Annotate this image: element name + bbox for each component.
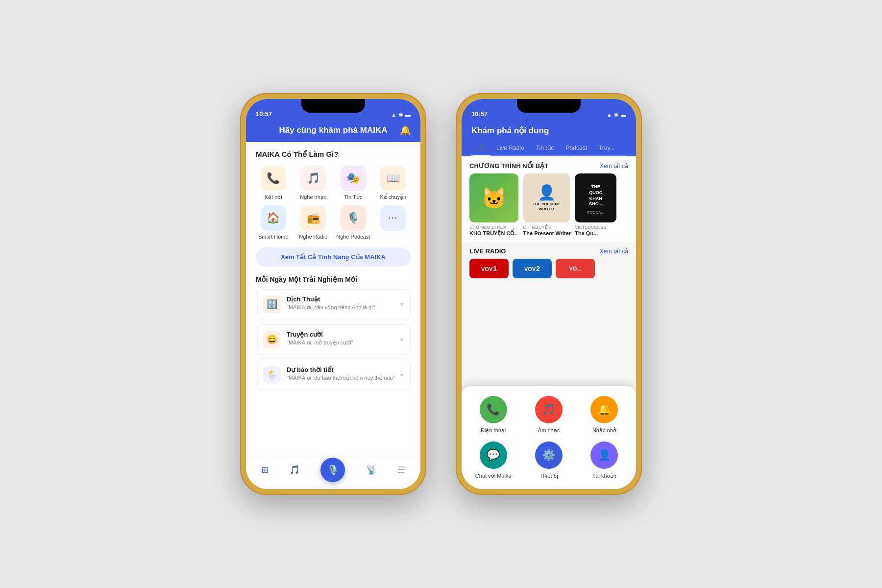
- cat-card-info: CHÚ MÈO ĐI DÉP KHO TRUYỆN CỔ...: [469, 225, 519, 237]
- quoc-khanh-title: The Qu...: [575, 230, 616, 237]
- tai-khoan-sheet-label: Tài khoản: [592, 473, 616, 479]
- nav-mic-button-1[interactable]: 🎙️: [320, 458, 345, 482]
- ke-chuyen-icon: 📖: [380, 166, 406, 191]
- feature-more[interactable]: ···: [376, 205, 411, 240]
- card-cat[interactable]: 🐱 CHÚ MÈO ĐI DÉP KHO TRUYỆN CỔ...: [469, 173, 519, 237]
- more-icon: ···: [380, 205, 406, 231]
- dich-thuat-title: Dịch Thuật: [287, 295, 375, 303]
- tab-live-radio-label: Live Radio: [496, 145, 524, 151]
- tab-all[interactable]: 🎵: [471, 141, 490, 155]
- status-time-2: 10:57: [471, 110, 488, 118]
- feature-ket-noi[interactable]: 📞 Kết nối: [256, 166, 291, 200]
- phone-1-screen: 10:57 ▲ ◉ ▬ Hãy cùng khám phá MAIKA 🔔 MA…: [246, 99, 420, 489]
- vov3-text: VO...: [569, 266, 581, 271]
- nav-home-1[interactable]: ⊞: [261, 465, 269, 475]
- sheet-item-dien-thoai[interactable]: 📞 Điện thoại: [469, 396, 517, 434]
- present-writer-text: THE PRESENTWRITER: [531, 201, 562, 212]
- feature-nghe-nhac[interactable]: 🎵 Nghe nhạc: [296, 166, 331, 200]
- present-writer-title: The Present Writer: [523, 230, 571, 237]
- tab-all-icon: 🎵: [477, 145, 485, 151]
- bottom-nav-1: ⊞ 🎵 🎙️ 📡 ☰: [246, 455, 420, 489]
- smart-home-icon: 🏠: [261, 205, 286, 231]
- dien-thoai-sheet-icon: 📞: [480, 396, 507, 423]
- daily-section-title: Mỗi Ngày Một Trải Nghiệm Mới: [256, 275, 411, 283]
- nghe-podcast-label: Nghe Podcast: [336, 234, 370, 240]
- content-1: MAIKA Có Thể Làm Gì? 📞 Kết nối 🎵 Nghe nh…: [246, 142, 420, 455]
- thoi-tiet-title: Dự báo thời tiết: [287, 366, 395, 373]
- truyen-cuoi-icon: 😄: [263, 331, 281, 348]
- daily-item-truyen-cuoi[interactable]: 😄 Truyện cười "MAIKA ơi, mở truyện cười"…: [256, 324, 411, 355]
- battery-icon-2: ▬: [621, 112, 626, 118]
- thoi-tiet-chevron-icon: ▾: [400, 371, 403, 378]
- dien-thoai-sheet-label: Điện thoại: [481, 427, 506, 434]
- sheet-item-thiet-bi[interactable]: ⚙️ Thiết bị: [525, 441, 572, 479]
- tin-tuc-icon: 🎭: [341, 166, 366, 191]
- tab-podcast[interactable]: Podcast: [560, 141, 593, 155]
- cat-emoji: 🐱: [481, 186, 507, 210]
- tab-podcast-label: Podcast: [566, 145, 587, 151]
- live-see-all[interactable]: Xem tất cả: [600, 248, 628, 255]
- vov2-logo[interactable]: VOV2: [513, 259, 552, 278]
- sheet-item-tai-khoan[interactable]: 👤 Tài khoản: [581, 441, 628, 479]
- notch-2: [517, 99, 581, 113]
- chat-maika-sheet-icon: 💬: [480, 441, 507, 469]
- vov1-logo[interactable]: VOV1: [469, 259, 509, 278]
- feature-tin-tuc[interactable]: 🎭 Tin Tức: [336, 166, 371, 200]
- nghe-radio-label: Nghe Radio: [299, 234, 327, 240]
- status-icons-1: ▲ ◉ ▬: [391, 111, 411, 118]
- signal-icon: ▲: [391, 112, 396, 118]
- header-1: Hãy cùng khám phá MAIKA 🔔: [246, 121, 420, 142]
- daily-item-dich-thuat[interactable]: 🔠 Dịch Thuật "MAIKA ơi, cầu vồng tiếng A…: [256, 289, 411, 319]
- present-writer-card-info: CHI NGUYỄN The Present Writer: [523, 225, 571, 237]
- card-present-writer[interactable]: 👤 THE PRESENTWRITER CHI NGUYỄN The Prese…: [523, 173, 571, 237]
- daily-item-thoi-tiet[interactable]: 🌦️ Dự báo thời tiết "MAIKA ơi, dự báo th…: [256, 360, 411, 390]
- card-quoc-khanh[interactable]: THEQUOCKHANSHO... PODCA... VIETSUCCESS T…: [575, 173, 616, 237]
- dich-thuat-subtitle: "MAIKA ơi, cầu vồng tiếng Anh là gì": [287, 304, 375, 311]
- quoc-khanh-card-info: VIETSUCCESS The Qu...: [575, 225, 616, 237]
- header-title-1: Hãy cùng khám phá MAIKA: [279, 125, 387, 135]
- feature-nghe-radio[interactable]: 📻 Nghe Radio: [296, 205, 331, 240]
- present-writer-author: CHI NGUYỄN: [523, 225, 571, 230]
- features-section-title: MAIKA Có Thể Làm Gì?: [256, 150, 411, 159]
- sheet-item-chat-maika[interactable]: 💬 Chat với Maika: [469, 441, 517, 479]
- tab-truyen[interactable]: Truy...: [593, 141, 621, 155]
- ket-noi-icon: 📞: [261, 166, 286, 191]
- vov2-text: VOV2: [524, 265, 540, 272]
- truyen-cuoi-text: Truyện cười "MAIKA ơi, mở truyện cười": [287, 331, 353, 346]
- thiet-bi-sheet-label: Thiết bị: [539, 473, 558, 479]
- vov3-logo[interactable]: VO...: [556, 259, 595, 278]
- sheet-item-nhac-nho[interactable]: 🔔 Nhắc nhở: [581, 396, 628, 434]
- tab-tin-tuc-label: Tin tức: [536, 145, 554, 151]
- home-icon: ⊞: [261, 465, 269, 475]
- explore-icon: 🎵: [289, 465, 300, 475]
- tab-tin-tuc[interactable]: Tin tức: [530, 141, 560, 155]
- nghe-nhac-icon: 🎵: [300, 166, 326, 191]
- nav-menu-1[interactable]: ☰: [397, 465, 405, 475]
- feature-grid: 📞 Kết nối 🎵 Nghe nhạc 🎭 Tin Tức 📖 Kể chu…: [256, 166, 411, 240]
- view-all-features-button[interactable]: Xem Tất Cả Tính Năng Của MAIKA: [256, 247, 411, 267]
- am-nhac-sheet-icon: 🎵: [535, 396, 563, 423]
- mic-icon: 🎙️: [327, 464, 339, 476]
- tab-truyen-label: Truy...: [599, 145, 615, 151]
- featured-see-all[interactable]: Xem tất cả: [600, 163, 628, 170]
- cat-card-title: KHO TRUYỆN CỔ...: [469, 230, 519, 237]
- podcast-label: PODCA...: [587, 210, 604, 215]
- cards-row: 🐱 CHÚ MÈO ĐI DÉP KHO TRUYỆN CỔ... 👤 THE …: [462, 173, 636, 243]
- nhac-nho-sheet-label: Nhắc nhở: [592, 427, 616, 434]
- bottom-sheet: 📞 Điện thoại 🎵 Âm nhạc 🔔 Nhắc nhở 💬 Chat…: [462, 386, 636, 489]
- feature-smart-home[interactable]: 🏠 Smart Home: [256, 205, 291, 240]
- thoi-tiet-icon: 🌦️: [263, 366, 281, 384]
- tab-live-radio[interactable]: Live Radio: [490, 141, 530, 155]
- bell-icon[interactable]: 🔔: [400, 125, 411, 136]
- header-title-2: Khám phá nội dung: [471, 125, 626, 136]
- featured-section-title: CHƯƠNG TRÌNH NỔI BẬT: [469, 162, 548, 170]
- nav-explore-1[interactable]: 🎵: [289, 465, 300, 475]
- feature-nghe-podcast[interactable]: 🎙️ Nghe Podcast: [336, 205, 371, 240]
- sheet-item-am-nhac[interactable]: 🎵 Âm nhạc: [525, 396, 572, 434]
- feature-ke-chuyen[interactable]: 📖 Kể chuyện: [376, 166, 411, 200]
- live-radio-header: LIVE RADIO Xem tất cả: [469, 247, 628, 255]
- tin-tuc-label: Tin Tức: [344, 194, 362, 200]
- nghe-podcast-icon: 🎙️: [341, 205, 366, 231]
- vov1-text: VOV1: [481, 265, 497, 272]
- nav-cast-1[interactable]: 📡: [366, 465, 377, 475]
